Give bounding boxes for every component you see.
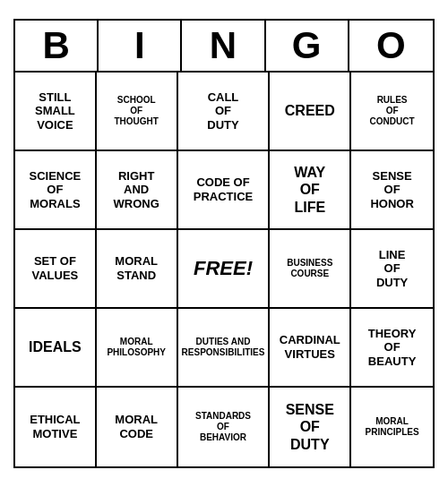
bingo-grid: STILLSMALLVOICESCHOOLOFTHOUGHTCALLOFDUTY… — [15, 73, 433, 466]
cell-text-3: CREED — [285, 102, 335, 119]
cell-text-1: SCHOOLOFTHOUGHT — [114, 95, 158, 127]
bingo-card: BINGO STILLSMALLVOICESCHOOLOFTHOUGHTCALL… — [13, 19, 435, 468]
bingo-cell-8: WAYOFLIFE — [270, 151, 351, 230]
bingo-cell-17: DUTIES ANDRESPONSIBILITIES — [178, 309, 271, 388]
bingo-cell-13: BUSINESSCOURSE — [270, 230, 351, 309]
bingo-cell-23: SENSEOFDUTY — [270, 388, 351, 466]
header-letter-b: B — [15, 21, 99, 71]
cell-text-18: CARDINALVIRTUES — [280, 333, 340, 361]
bingo-cell-9: SENSEOFHONOR — [351, 151, 433, 230]
bingo-cell-10: SET OFVALUES — [15, 230, 97, 309]
bingo-cell-11: MORALSTAND — [97, 230, 178, 309]
bingo-cell-18: CARDINALVIRTUES — [270, 309, 351, 388]
cell-text-14: LINEOFDUTY — [376, 248, 408, 290]
header-letter-o: O — [349, 21, 433, 71]
header-letter-g: G — [266, 21, 349, 71]
bingo-cell-0: STILLSMALLVOICE — [15, 73, 97, 151]
cell-text-7: CODE OFPRACTICE — [194, 175, 253, 203]
cell-text-8: WAYOFLIFE — [294, 164, 325, 216]
bingo-cell-22: STANDARDSOFBEHAVIOR — [178, 388, 271, 466]
bingo-cell-24: MORALPRINCIPLES — [351, 388, 433, 466]
header-letter-i: I — [99, 21, 182, 71]
bingo-cell-21: MORALCODE — [97, 388, 178, 466]
bingo-cell-3: CREED — [270, 73, 351, 151]
cell-text-16: MORALPHILOSOPHY — [107, 337, 166, 358]
bingo-cell-12: Free! — [178, 230, 271, 309]
cell-text-13: BUSINESSCOURSE — [287, 258, 332, 279]
cell-text-21: MORALCODE — [115, 413, 158, 440]
cell-text-10: SET OFVALUES — [32, 254, 79, 282]
cell-text-11: MORALSTAND — [115, 254, 158, 282]
cell-text-17: DUTIES ANDRESPONSIBILITIES — [182, 337, 265, 358]
bingo-cell-1: SCHOOLOFTHOUGHT — [97, 73, 178, 151]
cell-text-19: THEORYOFBEAUTY — [368, 327, 417, 369]
cell-text-22: STANDARDSOFBEHAVIOR — [195, 411, 251, 443]
bingo-cell-4: RULESOFCONDUCT — [351, 73, 433, 151]
cell-text-6: RIGHTANDWRONG — [114, 169, 159, 211]
bingo-cell-19: THEORYOFBEAUTY — [351, 309, 433, 388]
cell-text-2: CALLOFDUTY — [207, 90, 238, 132]
cell-text-12: Free! — [194, 257, 253, 280]
bingo-cell-7: CODE OFPRACTICE — [178, 151, 271, 230]
bingo-cell-16: MORALPHILOSOPHY — [97, 309, 178, 388]
cell-text-24: MORALPRINCIPLES — [366, 416, 419, 438]
bingo-cell-14: LINEOFDUTY — [351, 230, 433, 309]
bingo-header: BINGO — [15, 21, 433, 73]
bingo-cell-5: SCIENCEOFMORALS — [15, 151, 97, 230]
cell-text-20: ETHICALMOTIVE — [30, 413, 80, 440]
cell-text-4: RULESOFCONDUCT — [370, 95, 415, 127]
cell-text-0: STILLSMALLVOICE — [35, 90, 75, 132]
bingo-cell-2: CALLOFDUTY — [178, 73, 271, 151]
cell-text-15: IDEALS — [29, 338, 82, 355]
cell-text-9: SENSEOFHONOR — [370, 169, 413, 211]
header-letter-n: N — [182, 21, 265, 71]
cell-text-5: SCIENCEOFMORALS — [30, 169, 82, 211]
bingo-cell-20: ETHICALMOTIVE — [15, 388, 97, 466]
bingo-cell-6: RIGHTANDWRONG — [97, 151, 178, 230]
cell-text-23: SENSEOFDUTY — [286, 401, 334, 453]
bingo-cell-15: IDEALS — [15, 309, 97, 388]
